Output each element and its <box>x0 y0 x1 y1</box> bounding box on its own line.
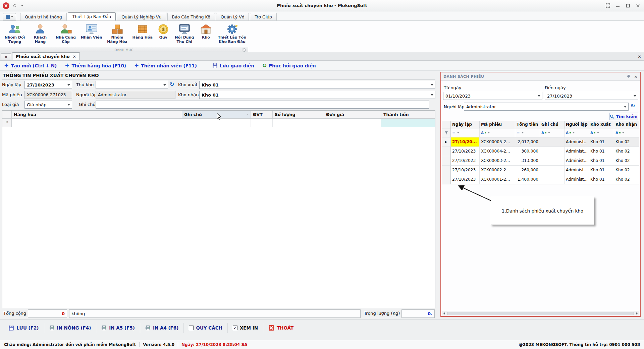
cell-ma-phieu[interactable]: XCK00001-2... <box>480 175 515 184</box>
xem-in-checkbox[interactable]: ✓ XEM IN <box>228 323 263 333</box>
refresh-icon[interactable]: ↻ <box>170 82 174 87</box>
column-header-don-gia[interactable]: Đơn giá <box>324 111 381 118</box>
new-cell-so-luong[interactable] <box>273 119 324 127</box>
cell-tong-tien[interactable]: 313,000 <box>515 156 540 166</box>
cell-ngay-lap[interactable]: 27/10/20... <box>451 137 480 147</box>
scroll-left-icon[interactable] <box>442 311 447 315</box>
filter-cell-kho-xuat[interactable]: A <box>589 128 614 137</box>
column-header-thanh-tien[interactable]: Thành tiền <box>381 111 435 118</box>
scroll-right-icon[interactable] <box>634 311 639 315</box>
cell-ma-phieu[interactable]: XCK00004-2... <box>480 147 515 156</box>
cell-ghi-chu[interactable] <box>540 147 565 156</box>
ribbon-item-nhan-vien[interactable]: Nhân Viên <box>78 22 105 40</box>
new-cell-thanh-tien[interactable] <box>381 119 435 127</box>
cell-kho-nhan[interactable]: Kho 02 <box>614 137 639 147</box>
filter-cell-ghi-chu[interactable]: A <box>540 128 565 137</box>
tab-quan-tri-he-thong[interactable]: Quản trị hệ thống <box>20 13 67 20</box>
cell-nguoi-lap[interactable]: Administ... <box>565 175 589 184</box>
table-row[interactable]: 27/10/2023 XCK00002-2... 260,000 Adminis… <box>442 166 639 175</box>
tu-ngay-combo[interactable]: 01/10/2023 <box>443 92 542 100</box>
cell-ghi-chu[interactable] <box>540 175 565 184</box>
cell-kho-nhan[interactable]: Kho 02 <box>614 147 639 156</box>
cell-ngay-lap[interactable]: 27/10/2023 <box>451 147 480 156</box>
tab-quan-ly-nghiep-vu[interactable]: Quản Lý Nghiệp Vụ <box>117 13 166 20</box>
chevron-down-icon[interactable] <box>19 3 25 9</box>
cell-kho-xuat[interactable]: Kho 01 <box>589 147 614 156</box>
ngay-lap-combo[interactable]: 27/10/2023 <box>24 81 72 89</box>
ribbon-item-nha-cung-cap[interactable]: Nhà Cung Cấp <box>53 22 78 44</box>
filter-cell-ngay-lap[interactable]: = <box>451 128 480 137</box>
scrollbar-thumb[interactable] <box>447 312 634 315</box>
column-header-nguoi-lap[interactable]: Người lập <box>565 121 589 128</box>
save-layout-button[interactable]: Lưu giao diện <box>212 63 254 68</box>
search-button[interactable]: Tìm kiếm <box>609 113 638 120</box>
cell-ghi-chu[interactable] <box>540 137 565 147</box>
ribbon-item-nhom-doi-tuong[interactable]: Nhóm Đối Tượng <box>2 22 28 44</box>
restore-layout-button[interactable]: ↻Phục hồi giao diện <box>262 63 316 68</box>
cell-ma-phieu[interactable]: XCK00005-2... <box>480 137 515 147</box>
column-header-dvt[interactable]: ĐVT <box>251 111 273 118</box>
table-row[interactable]: ▶ 27/10/20... XCK00005-2... 2,017,000 Ad… <box>442 137 639 147</box>
cell-ghi-chu[interactable] <box>540 156 565 166</box>
cell-nguoi-lap[interactable]: Administ... <box>565 147 589 156</box>
exit-button[interactable]: THOÁT <box>263 323 299 333</box>
tab-quan-ly-vo[interactable]: Quản Lý Vỏ <box>216 13 249 20</box>
cell-kho-xuat[interactable]: Kho 01 <box>589 137 614 147</box>
table-row[interactable]: 27/10/2023 XCK00004-2... 300,000 Adminis… <box>442 147 639 156</box>
new-cell-don-gia[interactable] <box>324 119 381 127</box>
ribbon-item-quy[interactable]: $ Quỹ <box>155 22 172 40</box>
cell-ngay-lap[interactable]: 27/10/2023 <box>451 166 480 175</box>
kho-xuat-combo[interactable]: Kho 01 <box>199 81 435 89</box>
kho-nhan-combo[interactable]: Kho 01 <box>199 91 435 99</box>
tab-bao-cao-thong-ke[interactable]: Báo Cáo Thống Kê <box>167 13 215 20</box>
close-icon[interactable]: × <box>634 74 638 79</box>
cell-tong-tien[interactable]: 300,000 <box>515 147 540 156</box>
thu-kho-combo[interactable] <box>96 81 168 89</box>
cell-nguoi-lap[interactable]: Administ... <box>565 137 589 147</box>
cell-kho-xuat[interactable]: Kho 01 <box>589 156 614 166</box>
new-cell-dvt[interactable] <box>251 119 273 127</box>
ribbon-item-noi-dung-thu-chi[interactable]: Nội Dung Thu Chi <box>172 22 197 44</box>
ribbon-item-hang-hoa[interactable]: Hàng Hóa <box>130 22 155 40</box>
cell-ma-phieu[interactable]: XCK00002-2... <box>480 166 515 175</box>
print-a4-button[interactable]: IN A4 (F6) <box>140 323 184 333</box>
minimize-icon[interactable] <box>613 2 623 10</box>
print-hot-button[interactable]: IN NÓNG (F4) <box>44 323 97 333</box>
cell-nguoi-lap[interactable]: Administ... <box>565 156 589 166</box>
filter-cell-kho-nhan[interactable]: A <box>614 128 639 137</box>
close-icon[interactable]: × <box>638 54 641 59</box>
column-header-ghi-chu[interactable]: Ghi chú <box>182 111 251 118</box>
cell-kho-nhan[interactable]: Kho 02 <box>614 175 639 184</box>
quick-access-icon[interactable] <box>11 3 18 9</box>
filter-cell-nguoi-lap[interactable]: A <box>565 128 589 137</box>
cell-ma-phieu[interactable]: XCK00003-2... <box>480 156 515 166</box>
ribbon-item-kho[interactable]: Kho <box>197 22 215 40</box>
new-cell-ghi-chu[interactable] <box>182 119 251 127</box>
column-header-ngay-lap[interactable]: Ngày lập <box>451 121 480 128</box>
add-employee-button[interactable]: +Thêm nhân viên (F11) <box>134 63 197 68</box>
app-menu-button[interactable] <box>3 13 16 20</box>
ribbon-item-nhom-hang-hoa[interactable]: Nhóm Hàng Hóa <box>105 22 130 44</box>
maximize-icon[interactable] <box>623 2 633 10</box>
table-row[interactable]: 27/10/2023 XCK00001-2... 1,400,000 Admin… <box>442 175 639 184</box>
column-header-tong-tien[interactable]: Tổng tiền <box>515 121 540 128</box>
loai-gia-combo[interactable]: Giá nhập <box>24 101 72 109</box>
column-header-ma-phieu[interactable]: Mã phiếu <box>480 121 515 128</box>
cell-tong-tien[interactable]: 260,000 <box>515 166 540 175</box>
cell-kho-xuat[interactable]: Kho 01 <box>589 175 614 184</box>
cell-ghi-chu[interactable] <box>540 166 565 175</box>
cell-tong-tien[interactable]: 1,400,000 <box>515 175 540 184</box>
document-tab-phieu-xuat-chuyen-kho[interactable]: Phiếu xuất chuyển kho × <box>12 52 80 60</box>
new-cell-hang-hoa[interactable] <box>12 119 182 127</box>
cell-tong-tien[interactable]: 2,017,000 <box>515 137 540 147</box>
pin-icon[interactable] <box>627 73 631 80</box>
save-button[interactable]: LƯU (F2) <box>3 323 44 333</box>
filter-cell-tong-tien[interactable]: = <box>515 128 540 137</box>
new-record-button[interactable]: +Tạo mới (Ctrl + N) <box>4 63 57 68</box>
cell-nguoi-lap[interactable]: Administ... <box>565 166 589 175</box>
table-row[interactable]: 27/10/2023 XCK00003-2... 313,000 Adminis… <box>442 156 639 166</box>
column-header-kho-nhan[interactable]: Kho nhận <box>614 121 639 128</box>
tab-thiet-lap-ban-dau[interactable]: Thiết Lập Ban Đầu <box>68 12 116 20</box>
column-header-so-luong[interactable]: Số lượng <box>273 111 324 118</box>
print-a5-button[interactable]: IN A5 (F5) <box>96 323 140 333</box>
